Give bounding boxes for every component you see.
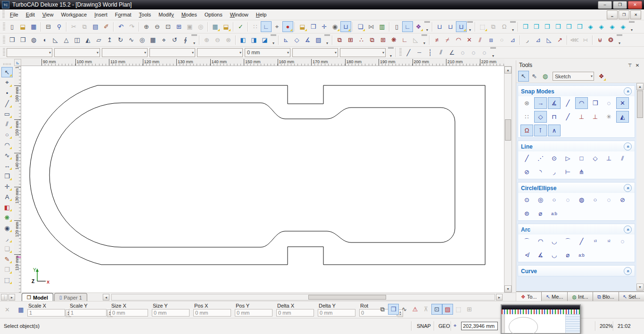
snap-aperture-button[interactable]: ∷ — [250, 21, 261, 32]
selector-handles-button[interactable]: ⧉ — [377, 304, 388, 315]
panel-select-button[interactable]: ↖ — [518, 71, 529, 82]
rotate-3d-button[interactable]: ↺ — [169, 34, 180, 45]
fillet-button[interactable]: ◞ — [522, 34, 533, 45]
view-front-button[interactable]: ❒ — [520, 21, 531, 32]
ellipse-tool-button[interactable]: ○ — [1, 129, 13, 140]
layers-button[interactable]: ▥ — [377, 21, 388, 32]
horizontal-scroll-thumb[interactable] — [308, 295, 386, 300]
menu-format[interactable]: Format — [111, 11, 135, 18]
world-axis-button[interactable]: ∟ — [402, 21, 413, 32]
parallel-line-button[interactable]: ⫽ — [616, 152, 629, 164]
array-rect-button[interactable]: ⊞ — [378, 34, 388, 45]
sweep-button[interactable]: ∿ — [126, 34, 137, 45]
crossing-select-button[interactable]: ⊞ — [464, 304, 475, 315]
ungroup-button[interactable]: ⧉ — [488, 21, 499, 32]
panel-scroll-down[interactable]: ▼ — [636, 284, 644, 291]
insert-picture-button[interactable]: ▦ — [210, 21, 221, 32]
workplane-angle-button[interactable]: ∡ — [302, 34, 313, 45]
coordinate-field[interactable]: 202,3946 mm — [461, 322, 498, 330]
polygon-tool-button[interactable]: ⊙ — [548, 152, 561, 164]
rotated-box-button[interactable]: ❒ — [17, 34, 28, 45]
render-hidden-line-button[interactable]: ⊔ — [445, 21, 456, 32]
view-cube-button[interactable]: ❒ — [308, 21, 319, 32]
snap-quadrant-button[interactable]: ❒ — [589, 97, 602, 109]
circle-tools-button[interactable]: ○ — [496, 34, 507, 45]
circle-center-radius-button[interactable]: ⊙ — [520, 194, 533, 206]
render-scene-button[interactable]: ⊔ — [340, 21, 351, 32]
circle-tangent-line-button[interactable]: ○ — [589, 194, 602, 206]
zoom-in-button[interactable]: ⊕ — [141, 21, 152, 32]
menu-window[interactable]: Window — [226, 11, 252, 18]
brush-style-combo[interactable]: ▾ — [149, 48, 195, 57]
intersect-3d-button[interactable]: ⊗ — [223, 34, 234, 45]
scatter-copy-button[interactable]: ∴ — [356, 34, 367, 45]
snap-perpendicular-button[interactable]: ⊥ — [589, 111, 602, 123]
toolbar-overflow-button[interactable]: ▾ — [629, 21, 635, 32]
collapse-chevron-icon[interactable]: « — [624, 267, 632, 275]
snap-parallel-button[interactable]: ⫽ — [436, 47, 446, 58]
view-top-button[interactable]: ❒ — [563, 21, 574, 32]
arc-center-radius-button[interactable]: ⌒ — [520, 235, 533, 247]
new-view-button[interactable]: ❏ — [355, 21, 366, 32]
arc-1-3-2-button[interactable]: ¹² — [603, 235, 615, 247]
node-edit-button[interactable]: ⌖ — [1, 77, 13, 88]
ortho-mode-button[interactable]: ∟ — [261, 21, 272, 32]
arc-double-point-button[interactable]: ◡ — [548, 249, 561, 261]
snap-line-button[interactable]: ╱ — [403, 47, 414, 58]
mdi-minimize-button[interactable]: ‗ — [607, 10, 618, 19]
line-tool-button[interactable]: ╱ — [1, 98, 13, 109]
collapse-chevron-icon[interactable]: « — [624, 87, 632, 95]
zoom-extents-button[interactable]: ⊞ — [173, 21, 184, 32]
vertical-scroll-thumb[interactable] — [505, 119, 511, 141]
mirror-copy-button[interactable]: ⧉ — [367, 34, 378, 45]
rotated-ellipse-button[interactable]: ⌀ — [534, 208, 547, 219]
slab-button[interactable]: ▱ — [93, 34, 104, 45]
snap-circle-center-button[interactable]: ◌ — [457, 47, 468, 58]
maximize-button[interactable]: ❐ — [613, 1, 627, 9]
sphere-button[interactable]: ◍ — [28, 34, 39, 45]
view-right-button[interactable]: ❒ — [553, 21, 563, 32]
arc-tangent-to-arc-button[interactable]: ≮ — [520, 249, 533, 261]
tab-tools[interactable]: ❖To... — [516, 292, 542, 302]
workspace-open-button[interactable]: ⬓ — [297, 21, 308, 32]
prism-button[interactable]: △ — [61, 34, 72, 45]
rotated-rectangle-button[interactable]: ◇ — [589, 152, 602, 164]
arc-1-2-3-button[interactable]: ¹³ — [589, 235, 602, 247]
cut-button[interactable]: ✂ — [68, 21, 79, 32]
view-iso-se-button[interactable]: ◈ — [585, 21, 596, 32]
arc-3-point-button[interactable]: ⌒ — [561, 235, 574, 247]
dimension-tool-button[interactable]: ↔ — [1, 160, 13, 171]
menu-insert[interactable]: Insert — [91, 11, 111, 18]
tab-internet[interactable]: ◍Int... — [568, 292, 593, 302]
stretch-button[interactable]: ↗ — [554, 34, 565, 45]
tab-scroll-left[interactable]: ◂ — [103, 294, 109, 301]
ruler-corner[interactable]: ⊾ — [14, 59, 21, 66]
tab-expand-button[interactable]: ▸ — [8, 294, 15, 301]
add-point-button[interactable]: • — [1, 88, 13, 98]
panel-scroll-thumb[interactable] — [637, 91, 643, 118]
render-quality-button[interactable]: ⊔ — [456, 21, 467, 32]
view-iso-ne-button[interactable]: ◈ — [607, 21, 618, 32]
view-iso-sw-button[interactable]: ◈ — [596, 21, 607, 32]
menu-options[interactable]: Options — [201, 11, 226, 18]
double-line-tool-button[interactable]: ⫽ — [1, 119, 13, 129]
snap-angle-button[interactable]: ∠ — [446, 47, 457, 58]
explode-button[interactable]: ❂ — [605, 34, 616, 45]
line-single-button[interactable]: ╱ — [520, 152, 533, 164]
pen-color-combo[interactable]: ▾ — [7, 48, 52, 57]
minimize-button[interactable]: – — [598, 1, 612, 9]
snap-vertical-button[interactable]: ┆ — [425, 47, 436, 58]
horizontal-ruler[interactable]: 90 mm100 mm110 mm120 mm130 mm140 mm150 m… — [21, 59, 504, 66]
field-input[interactable]: 0 mm — [152, 309, 190, 317]
rectangle-button[interactable]: □ — [575, 152, 588, 164]
assembly-tool-button[interactable]: ⊎ — [594, 34, 605, 45]
arc-concentric-button[interactable]: ◠ — [534, 235, 547, 247]
degenerate-warning-button[interactable]: ⚠ — [410, 304, 421, 315]
hemisphere-button[interactable]: ◖ — [39, 34, 50, 45]
workplane-by-points-button[interactable]: ◇ — [291, 34, 302, 45]
box-3d-button[interactable]: ❒ — [7, 34, 17, 45]
workplane-origin-button[interactable]: ⊾ — [281, 34, 291, 45]
collapse-chevron-icon[interactable]: « — [624, 225, 632, 234]
open-drawing-button[interactable]: ⬓ — [17, 21, 28, 32]
toolbar-overflow-button[interactable]: ▾ — [421, 34, 427, 45]
